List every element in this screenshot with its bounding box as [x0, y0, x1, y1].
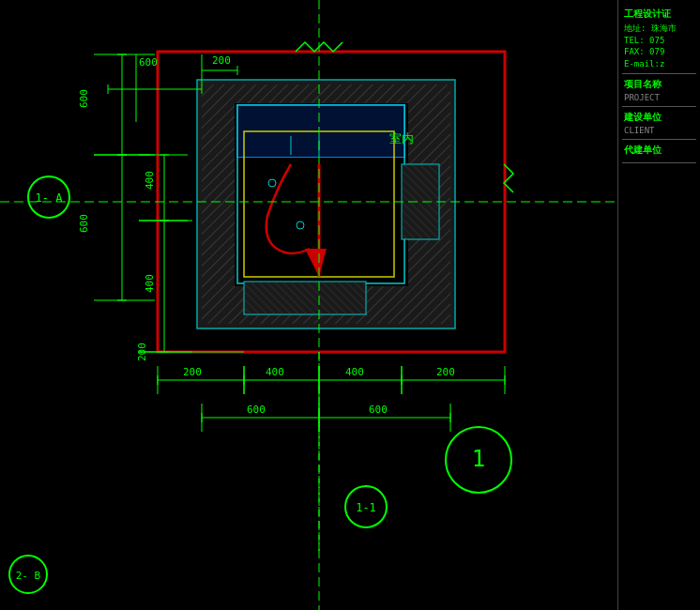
svg-rect-12 [402, 164, 439, 239]
dim-200-bottom-right: 200 [436, 366, 455, 378]
sidebar-panel: 工程设计证 地址: 珠海市 TEL: 075 FAX: 079 E-mail:z… [617, 0, 700, 610]
client-title: 建设单位 [624, 111, 694, 124]
subcontract-section: 代建单位 [622, 140, 696, 163]
email-text: E-mail:z [624, 58, 694, 70]
company-title: 工程设计证 [624, 8, 694, 21]
dim-200-top: 200 [212, 54, 231, 67]
circle-1-label: 1 [472, 446, 485, 472]
dim-600-top-left: 600 [78, 89, 90, 108]
address-text: 地址: 珠海市 [624, 23, 694, 35]
project-label: PROJECT [624, 93, 694, 102]
client-section: 建设单位 CLIENT [622, 107, 696, 140]
dim-200-bottom-left: 200 [183, 366, 202, 378]
drawing-area: 600 400 600 400 600 200 200 400 400 200 … [0, 0, 617, 610]
subcontract-title: 代建单位 [624, 144, 694, 157]
svg-rect-14 [244, 282, 366, 314]
dim-600-bottom-right: 600 [369, 404, 388, 416]
tel-text: TEL: 075 [624, 35, 694, 47]
circle-11-label: 1-1 [356, 501, 376, 514]
drawing-canvas: 600 400 600 400 600 200 200 400 400 200 … [0, 0, 617, 610]
dim-200-left-bottom: 200 [136, 343, 148, 361]
company-section: 工程设计证 地址: 珠海市 TEL: 075 FAX: 079 E-mail:z [622, 4, 696, 74]
dim-400-bottom-left: 400 [266, 366, 284, 378]
circle-2b-label: 2- B [16, 570, 41, 582]
client-label: CLIENT [624, 126, 694, 135]
dim-400-bottom-right: 400 [345, 366, 364, 378]
dim-600-top: 600 [139, 56, 158, 69]
main-container: 600 400 600 400 600 200 200 400 400 200 … [0, 0, 700, 610]
room-label: 室内 [389, 131, 414, 145]
fax-text: FAX: 079 [624, 46, 694, 58]
project-title: 项目名称 [624, 78, 694, 91]
project-section: 项目名称 PROJECT [622, 74, 696, 107]
dim-400-mid-left: 400 [144, 171, 156, 190]
dim-600-lower-left: 600 [78, 214, 90, 233]
dim-400-lower-left: 400 [144, 274, 156, 293]
circle-1a-label: 1- A [36, 191, 64, 205]
dim-600-bottom-left: 600 [247, 404, 266, 416]
